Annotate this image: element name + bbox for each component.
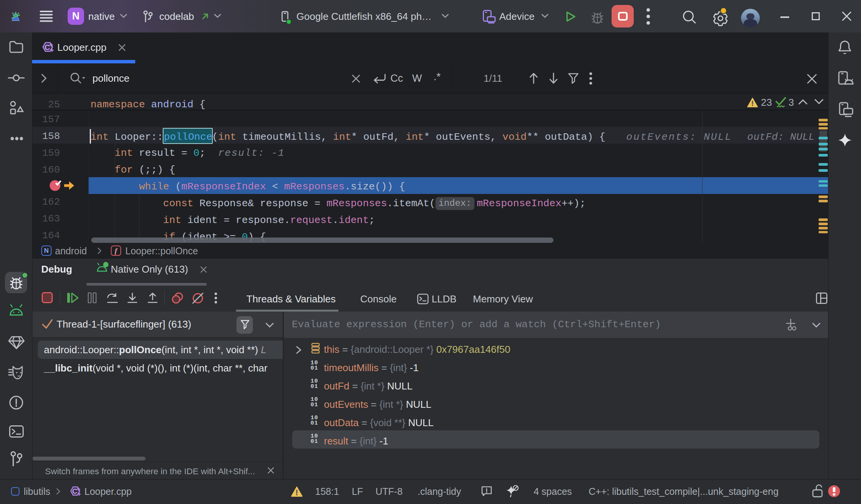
svg-text:C: C [72, 487, 77, 495]
svg-text:C: C [45, 43, 50, 52]
